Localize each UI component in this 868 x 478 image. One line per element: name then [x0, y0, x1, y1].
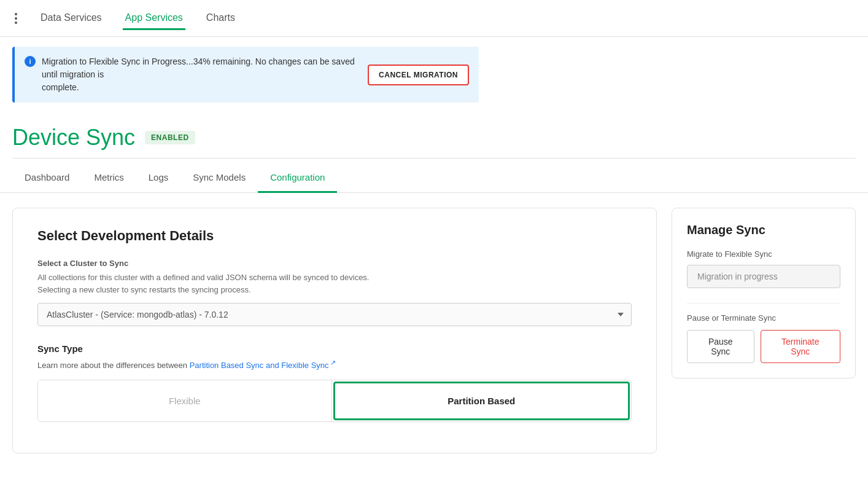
title-divider	[12, 158, 856, 159]
nav-charts[interactable]: Charts	[204, 7, 238, 30]
nav-app-services[interactable]: App Services	[123, 7, 185, 30]
pause-sync-button[interactable]: Pause Sync	[687, 330, 754, 363]
sync-type-partition-based-button[interactable]: Partition Based	[333, 382, 630, 420]
right-panel: Manage Sync Migrate to Flexible Sync Mig…	[672, 208, 856, 378]
pause-terminate-label: Pause or Terminate Sync	[687, 313, 840, 323]
cluster-select[interactable]: AtlasCluster - (Service: mongodb-atlas) …	[37, 303, 632, 326]
page-title-row: Device Sync ENABLED	[12, 125, 856, 151]
top-navigation: Data Services App Services Charts	[0, 0, 868, 37]
terminate-sync-button[interactable]: Terminate Sync	[761, 330, 840, 363]
enabled-badge: ENABLED	[145, 131, 195, 144]
sync-type-desc: Learn more about the differences between…	[37, 359, 632, 370]
section-title: Select Development Details	[37, 228, 632, 244]
sync-type-link[interactable]: Partition Based Sync and Flexible Sync↗	[190, 361, 336, 370]
info-icon: i	[25, 56, 36, 67]
tab-bar: Dashboard Metrics Logs Sync Models Confi…	[0, 163, 868, 193]
sync-type-label: Sync Type	[37, 343, 632, 354]
nav-data-services[interactable]: Data Services	[38, 7, 104, 30]
tab-logs[interactable]: Logs	[136, 163, 181, 193]
cancel-migration-button[interactable]: CANCEL MIGRATION	[368, 65, 469, 85]
menu-dots[interactable]	[12, 10, 20, 26]
cluster-select-wrapper: AtlasCluster - (Service: mongodb-atlas) …	[37, 303, 632, 326]
manage-divider	[687, 303, 840, 304]
alert-content: i Migration to Flexible Sync in Progress…	[25, 55, 358, 94]
migration-alert-banner: i Migration to Flexible Sync in Progress…	[12, 47, 479, 103]
cluster-field-label: Select a Cluster to Sync	[37, 259, 632, 268]
sync-type-flexible-button[interactable]: Flexible	[38, 380, 332, 421]
sync-action-buttons: Pause Sync Terminate Sync	[687, 330, 840, 363]
alert-text: Migration to Flexible Sync in Progress..…	[42, 55, 358, 94]
migration-in-progress-button: Migration in progress	[687, 265, 840, 288]
cluster-field-desc: All collections for this cluster with a …	[37, 272, 632, 296]
tab-configuration[interactable]: Configuration	[258, 163, 337, 193]
left-panel: Select Development Details Select a Clus…	[12, 208, 657, 453]
main-content: Select Development Details Select a Clus…	[0, 193, 868, 468]
manage-sync-title: Manage Sync	[687, 223, 840, 237]
migrate-label: Migrate to Flexible Sync	[687, 249, 840, 259]
page-title-section: Device Sync ENABLED	[0, 112, 868, 159]
tab-metrics[interactable]: Metrics	[82, 163, 136, 193]
tab-sync-models[interactable]: Sync Models	[180, 163, 258, 193]
tab-dashboard[interactable]: Dashboard	[12, 163, 82, 193]
page-title: Device Sync	[12, 125, 135, 151]
external-link-icon: ↗	[330, 359, 336, 367]
sync-type-buttons: Flexible Partition Based	[37, 380, 632, 422]
